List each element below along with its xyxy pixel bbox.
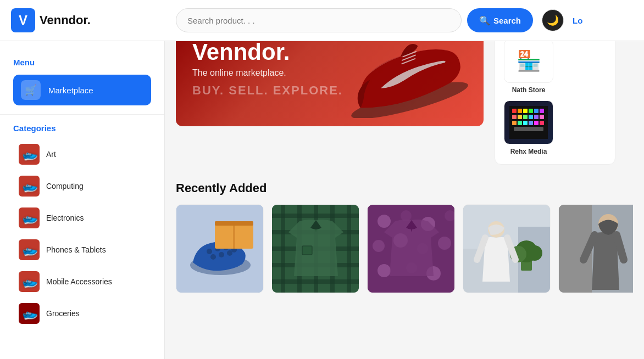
- sidebar-item-art[interactable]: 👟 Art: [13, 139, 151, 169]
- product-card-1[interactable]: [176, 204, 264, 293]
- svg-rect-23: [514, 127, 543, 131]
- sidebar-item-groceries[interactable]: 👟 Groceries: [13, 299, 151, 328]
- hero-tagline: BUY. SELL. EXPLORE.: [192, 83, 343, 98]
- sidebar: Menu 🛒 Marketplace Categories 👟 Art 👟 Co…: [0, 41, 165, 359]
- product-image-2: [272, 205, 359, 293]
- art-thumb: 👟: [19, 144, 40, 165]
- svg-rect-13: [523, 115, 528, 119]
- svg-rect-19: [523, 121, 528, 125]
- search-input[interactable]: [176, 8, 462, 32]
- groceries-label: Groceries: [46, 309, 80, 318]
- sidebar-divider: [0, 114, 164, 115]
- menu-section: Menu 🛒 Marketplace: [0, 52, 164, 105]
- svg-point-56: [438, 237, 451, 250]
- categories-label: Categories: [13, 124, 151, 133]
- categories-section: Categories 👟 Art 👟 Computing 👟 Electroni…: [0, 124, 164, 328]
- stores-grid: 🏪 Nath Store: [504, 39, 606, 155]
- svg-rect-47: [302, 246, 312, 255]
- sidebar-item-electronics[interactable]: 👟 Electronics: [13, 203, 151, 233]
- svg-point-31: [219, 252, 224, 257]
- search-button[interactable]: 🔍 Search: [467, 8, 533, 32]
- sidebar-item-mobile-accessories[interactable]: 👟 Mobile Accessories: [13, 267, 151, 296]
- svg-point-57: [377, 264, 391, 277]
- product-image-3: [368, 205, 455, 293]
- svg-rect-18: [518, 121, 522, 125]
- product-image-1: [176, 205, 264, 293]
- svg-point-49: [377, 215, 391, 228]
- login-link[interactable]: Lo: [573, 16, 582, 25]
- svg-point-26: [207, 249, 212, 254]
- hero-title: Venndor.: [192, 40, 343, 65]
- phones-tablets-label: Phones & Tablets: [46, 245, 106, 254]
- svg-rect-5: [512, 109, 517, 113]
- hero-subtitle: The online marketplace.: [192, 68, 343, 78]
- svg-rect-9: [534, 109, 538, 113]
- svg-rect-14: [529, 115, 533, 119]
- mobile-accessories-thumb: 👟: [19, 271, 40, 292]
- electronics-label: Electronics: [46, 214, 84, 222]
- nath-store-icon: 🏪: [517, 49, 541, 72]
- phones-tablets-thumb: 👟: [19, 239, 40, 260]
- rehx-store-name: Rehx Media: [504, 148, 553, 155]
- electronics-thumb: 👟: [19, 207, 40, 228]
- product-card-5[interactable]: [558, 204, 633, 293]
- store-card-nath[interactable]: 🏪 Nath Store: [504, 39, 553, 94]
- art-label: Art: [46, 150, 56, 159]
- recently-added-title: Recently Added: [176, 181, 633, 195]
- svg-rect-16: [540, 115, 544, 119]
- svg-rect-15: [534, 115, 538, 119]
- svg-rect-7: [523, 109, 528, 113]
- svg-rect-17: [512, 121, 517, 125]
- search-icon: 🔍: [479, 15, 490, 26]
- navbar: V Venndor. 🔍 Search 🌙 Lo: [0, 0, 644, 41]
- logo-icon: V: [11, 8, 35, 32]
- mobile-accessories-label: Mobile Accessories: [46, 277, 112, 286]
- sidebar-item-computing[interactable]: 👟 Computing: [13, 171, 151, 201]
- sidebar-item-phones-tablets[interactable]: 👟 Phones & Tablets: [13, 235, 151, 265]
- marketplace-icon: 🛒: [21, 80, 41, 100]
- main-content: Venndor. The online marketplace. BUY. SE…: [165, 0, 644, 304]
- rehx-store-thumb: [504, 100, 553, 144]
- svg-point-30: [210, 254, 216, 260]
- marketplace-label: Marketplace: [48, 86, 93, 95]
- svg-point-32: [227, 250, 232, 256]
- svg-rect-20: [529, 121, 533, 125]
- svg-rect-21: [534, 121, 538, 125]
- svg-rect-22: [540, 121, 544, 125]
- product-card-2[interactable]: [271, 204, 359, 293]
- nath-store-name: Nath Store: [504, 86, 553, 94]
- sidebar-item-marketplace[interactable]: 🛒 Marketplace: [13, 75, 151, 105]
- rehx-store-img: [509, 106, 548, 139]
- computing-thumb: 👟: [19, 176, 40, 197]
- computing-label: Computing: [46, 182, 84, 190]
- dark-mode-toggle[interactable]: 🌙: [542, 9, 564, 31]
- store-card-rehx[interactable]: Rehx Media: [504, 100, 553, 155]
- nath-store-thumb: 🏪: [504, 39, 553, 83]
- svg-rect-8: [529, 109, 533, 113]
- menu-label: Menu: [13, 58, 151, 67]
- recently-added-section: Recently Added: [176, 181, 633, 293]
- logo-area: V Venndor.: [11, 8, 176, 32]
- svg-rect-10: [540, 109, 544, 113]
- search-area: 🔍 Search: [176, 8, 533, 32]
- product-card-4[interactable]: [463, 204, 551, 293]
- svg-rect-11: [512, 115, 517, 119]
- svg-rect-6: [518, 109, 522, 113]
- product-image-5: [559, 205, 633, 293]
- svg-rect-12: [518, 115, 522, 119]
- products-row: [176, 204, 633, 293]
- product-card-3[interactable]: [367, 204, 455, 293]
- svg-point-66: [527, 245, 542, 261]
- svg-rect-35: [233, 221, 235, 249]
- brand-name: Venndor.: [40, 13, 91, 27]
- groceries-thumb: 👟: [19, 303, 40, 324]
- product-image-4: [463, 205, 551, 293]
- svg-point-53: [373, 240, 385, 252]
